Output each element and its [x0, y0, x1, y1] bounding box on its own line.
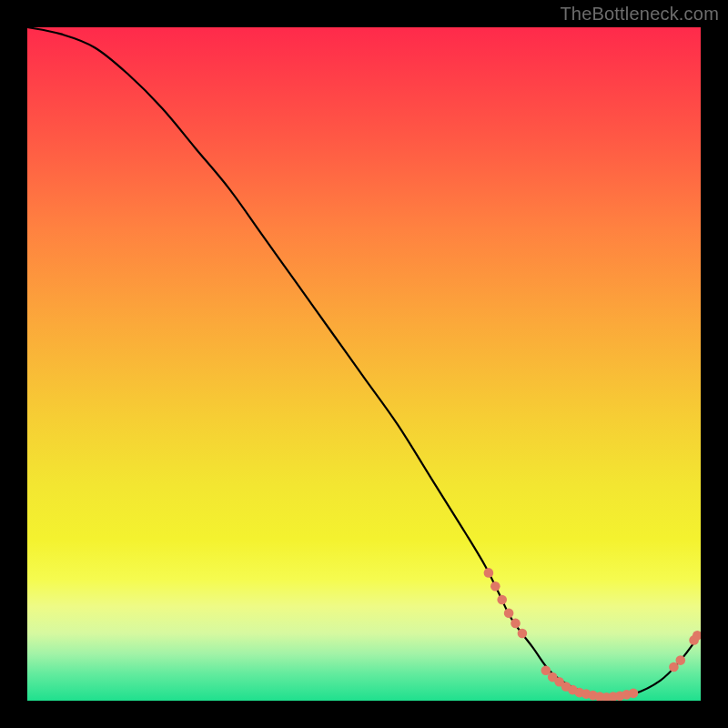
highlight-dot [490, 581, 500, 592]
chart-frame: TheBottleneck.com [0, 0, 728, 728]
highlight-dot [511, 619, 521, 629]
watermark-label: TheBottleneck.com [560, 4, 719, 25]
highlight-dots-group [484, 568, 701, 701]
bottleneck-chart [27, 27, 701, 701]
highlight-dot [629, 689, 639, 699]
highlight-dot [484, 568, 494, 578]
bottleneck-curve-line [27, 27, 701, 697]
highlight-dot [497, 595, 507, 605]
highlight-dot [504, 609, 514, 619]
highlight-dot [518, 629, 528, 639]
highlight-dot [676, 655, 686, 665]
